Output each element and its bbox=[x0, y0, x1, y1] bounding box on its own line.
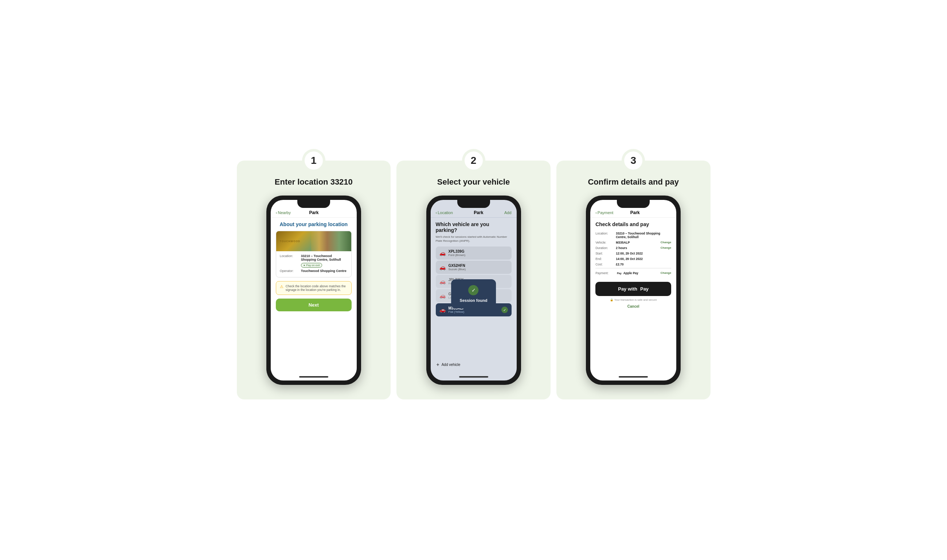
location-card: TOUCHWOOD Location: 33210 – Touchwood Sh… bbox=[276, 231, 352, 277]
detail-label-end: End: bbox=[595, 257, 614, 261]
chevron-left-icon: ‹ bbox=[276, 211, 277, 215]
detail-change-payment[interactable]: Change bbox=[661, 271, 671, 275]
vehicle-text-1: XPL339G Ford (Brown) bbox=[449, 249, 466, 257]
detail-label-cost: Cost: bbox=[595, 263, 614, 266]
pay-on-exit-row: ● Pay on exit bbox=[280, 263, 348, 268]
touchwood-label: TOUCHWOOD bbox=[280, 240, 300, 243]
step-1-card: 1 Enter location 33210 ‹ Nearby Park Abo… bbox=[237, 161, 391, 399]
secure-text: 🔒 Your transaction is safe and secure bbox=[595, 298, 671, 302]
phone-3-body: Check details and pay Location: 33210 – … bbox=[590, 218, 676, 374]
phone-2-subtext: We'll check for sessions started with Au… bbox=[436, 235, 512, 243]
pay-button-pay: Pay bbox=[640, 286, 649, 292]
chevron-left-icon-2: ‹ bbox=[436, 211, 437, 215]
location-row: Location: 33210 – Touchwood Shopping Cen… bbox=[280, 254, 348, 262]
phone-3-home-bar bbox=[619, 376, 648, 378]
payment-label: Apple Pay bbox=[623, 271, 639, 275]
vehicle-plate-1: XPL339G bbox=[449, 249, 466, 254]
phone-1-notch bbox=[297, 200, 330, 208]
phone-2: ‹ Location Park Add Which vehicle are yo… bbox=[426, 195, 521, 385]
pay-button-text: Pay with bbox=[618, 286, 637, 292]
phone-1-screen: ‹ Nearby Park About your parking locatio… bbox=[271, 200, 357, 380]
secure-label: Your transaction is safe and secure bbox=[614, 298, 657, 302]
phone-2-back-label[interactable]: Location bbox=[438, 211, 453, 215]
car-icon-5: 🚗 bbox=[440, 307, 446, 313]
phone-3-back-label[interactable]: Payment bbox=[598, 211, 613, 215]
add-plus-icon: + bbox=[436, 362, 440, 368]
session-found-overlay: ✓ Session found bbox=[451, 279, 496, 308]
cancel-button[interactable]: Cancel bbox=[595, 305, 671, 308]
step-2-card: 2 Select your vehicle ‹ Location Park Ad… bbox=[396, 161, 551, 399]
phone-1-back-label[interactable]: Nearby bbox=[278, 211, 291, 215]
phone-3-notch bbox=[617, 200, 650, 208]
detail-row-payment: Payment: Pay Apple Pay Change bbox=[595, 271, 671, 275]
step-2-number: 2 bbox=[463, 150, 484, 171]
detail-row-start: Start: 12:00, 29 Oct 2022 bbox=[595, 252, 671, 255]
step-3-card: 3 Confirm details and pay ‹ Payment Park… bbox=[557, 161, 711, 399]
phone-1-back[interactable]: ‹ Nearby bbox=[276, 211, 291, 215]
session-found-text: Session found bbox=[460, 298, 487, 303]
vehicle-item-1[interactable]: 🚗 XPL339G Ford (Brown) bbox=[436, 246, 512, 260]
phone-1: ‹ Nearby Park About your parking locatio… bbox=[266, 195, 361, 385]
detail-value-location: 33210 – Touchwood Shopping Centre, Solih… bbox=[616, 232, 671, 239]
car-icon-1: 🚗 bbox=[440, 250, 446, 256]
detail-value-cost: £2.70 bbox=[616, 263, 671, 266]
detail-row-cost: Cost: £2.70 bbox=[595, 263, 671, 266]
detail-label-start: Start: bbox=[595, 252, 614, 255]
phone-2-nav: ‹ Location Park Add bbox=[431, 208, 517, 218]
operator-label: Operator: bbox=[280, 269, 299, 273]
detail-row-vehicle: Vehicle: M335ALP Change bbox=[595, 241, 671, 244]
add-vehicle-row[interactable]: + Add vehicle bbox=[436, 358, 512, 370]
location-value: 33210 – Touchwood Shopping Centre, Solih… bbox=[301, 254, 348, 262]
detail-value-end: 14:00, 29 Oct 2022 bbox=[616, 257, 671, 261]
vehicle-desc-5: Fiat (Yellow) bbox=[449, 310, 465, 314]
vehicle-desc-2: Suzuki (Blue) bbox=[449, 268, 466, 271]
operator-value: Touchwood Shopping Centre bbox=[301, 269, 348, 273]
car-icon-4: 🚗 bbox=[440, 293, 446, 298]
location-image: TOUCHWOOD bbox=[276, 231, 351, 251]
location-label: Location: bbox=[280, 254, 299, 258]
detail-label-vehicle: Vehicle: bbox=[595, 241, 614, 244]
detail-row-duration: Duration: 2 hours Change bbox=[595, 246, 671, 250]
detail-label-location: Location: bbox=[595, 232, 614, 235]
selected-check-icon: ✓ bbox=[501, 306, 508, 313]
phone-2-nav-title: Park bbox=[453, 210, 504, 215]
pay-button[interactable]: Pay with Pay bbox=[595, 282, 671, 296]
detail-change-vehicle[interactable]: Change bbox=[661, 241, 671, 244]
warning-box: ⚠ Check the location code above matches … bbox=[276, 281, 352, 295]
vehicle-item-2[interactable]: 🚗 GX52HFN Suzuki (Blue) bbox=[436, 261, 512, 274]
next-button[interactable]: Next bbox=[276, 298, 352, 311]
phone-3-back[interactable]: ‹ Payment bbox=[595, 211, 613, 215]
warning-text: Check the location code above matches th… bbox=[286, 285, 348, 292]
pay-icon: ● bbox=[304, 264, 305, 267]
detail-table: Location: 33210 – Touchwood Shopping Cen… bbox=[595, 232, 671, 277]
phone-2-add[interactable]: Add bbox=[504, 211, 512, 215]
detail-value-duration: 2 hours bbox=[616, 246, 659, 250]
step-3-number: 3 bbox=[623, 150, 643, 171]
step-1-title: Enter location 33210 bbox=[275, 177, 353, 187]
detail-label-payment: Payment: bbox=[595, 271, 614, 275]
operator-row: Operator: Touchwood Shopping Centre bbox=[280, 269, 348, 273]
session-check-icon: ✓ bbox=[469, 285, 479, 295]
phone-1-heading: About your parking location bbox=[276, 222, 352, 227]
warning-icon: ⚠ bbox=[280, 285, 284, 289]
phone-2-back[interactable]: ‹ Location bbox=[436, 211, 453, 215]
vehicle-list: 🚗 XPL339G Ford (Brown) 🚗 GX52HFN Suz bbox=[436, 246, 512, 358]
step-3-title: Confirm details and pay bbox=[588, 177, 679, 187]
car-icon-3: 🚗 bbox=[440, 278, 446, 285]
apple-pay-icon-inline: Pay bbox=[616, 272, 622, 275]
detail-change-duration[interactable]: Change bbox=[661, 246, 671, 249]
detail-row-end: End: 14:00, 29 Oct 2022 bbox=[595, 257, 671, 261]
phone-1-nav: ‹ Nearby Park bbox=[271, 208, 357, 218]
phone-2-heading: Which vehicle are you parking? bbox=[436, 222, 512, 233]
add-vehicle-label[interactable]: Add vehicle bbox=[442, 363, 461, 367]
main-container: 1 Enter location 33210 ‹ Nearby Park Abo… bbox=[237, 161, 711, 399]
phone-1-nav-title: Park bbox=[291, 210, 337, 215]
step-2-title: Select your vehicle bbox=[437, 177, 510, 187]
phone-2-body: Which vehicle are you parking? We'll che… bbox=[431, 218, 517, 374]
phone-3-screen: ‹ Payment Park Check details and pay Loc… bbox=[590, 200, 676, 380]
phone-1-home-bar bbox=[299, 376, 328, 378]
vehicle-desc-1: Ford (Brown) bbox=[449, 254, 466, 257]
phone-3-nav-title: Park bbox=[613, 210, 657, 215]
car-icon-2: 🚗 bbox=[440, 265, 446, 270]
phone-1-body: About your parking location TOUCHWOOD Lo… bbox=[271, 218, 357, 374]
